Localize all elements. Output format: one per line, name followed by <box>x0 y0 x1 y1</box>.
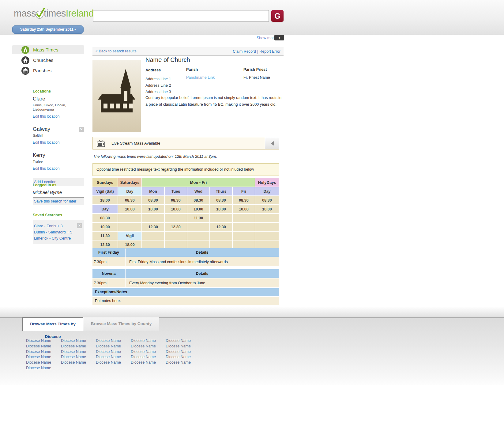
save-search-button[interactable]: Save this search for later <box>33 198 84 205</box>
tv-icon <box>97 140 105 147</box>
diocese-link[interactable]: Diocese Name <box>166 344 201 350</box>
mass-table-cell: 12.30 <box>142 223 164 231</box>
diocese-link[interactable]: Diocese Name <box>26 360 61 366</box>
diocese-link[interactable]: Diocese Name <box>26 344 61 350</box>
mass-table-cell: 08.30 <box>233 196 255 204</box>
remove-location-button[interactable]: ✕ <box>79 127 84 132</box>
diocese-link[interactable]: Diocese Name <box>61 355 96 360</box>
mass-table-cell: Vigil (Sat) <box>92 187 118 195</box>
account-section: Logged in as Michael Byrne Save this sea… <box>33 183 84 205</box>
search-input[interactable] <box>93 10 269 22</box>
mass-table-empty-cell <box>210 232 232 240</box>
mass-table-cell: 12.30 <box>210 223 232 231</box>
diocese-link[interactable]: Diocese Name <box>61 350 96 355</box>
mass-table-empty-cell <box>255 223 279 231</box>
diocese-link[interactable]: Diocese Name <box>131 339 166 344</box>
diocese-link[interactable]: Diocese Name <box>166 350 201 355</box>
edit-location-link[interactable]: Edit this location <box>33 114 59 119</box>
diocese-link[interactable]: Diocese Name <box>166 360 201 366</box>
diocese-link[interactable]: Diocese Name <box>26 350 61 355</box>
devotion-table: Novena Details 7.30pm Every Monday eveni… <box>92 269 279 288</box>
diocese-link[interactable]: Diocese Name <box>26 355 61 360</box>
saved-searches-section: Saved Searches Clare - Ennis + 3 ✕ Dubli… <box>33 213 84 244</box>
devotion-table: First Friday Details 7.30pm First Friday… <box>92 248 279 267</box>
parish-priest-label: Parish Priest <box>243 67 270 72</box>
diocese-link[interactable]: Diocese Name <box>166 339 201 344</box>
diocese-link[interactable]: Diocese Name <box>96 360 131 366</box>
sidebar-item-parishes[interactable]: Parishes <box>12 66 84 75</box>
diocese-link[interactable]: Diocese Name <box>131 355 166 360</box>
record-actions: Claim Record|Report Error <box>233 48 280 54</box>
diocese-links-grid: Diocese NameDiocese NameDiocese NameDioc… <box>26 339 201 371</box>
live-stream-toggle-button[interactable] <box>265 137 279 149</box>
parish-link[interactable]: Parishname Link <box>186 75 215 80</box>
saved-searches-heading: Saved Searches <box>33 213 84 217</box>
saved-search-item: Dublin - Sandyford + 5 <box>34 229 83 235</box>
last-updated-text: The following mass times were last updat… <box>93 154 217 159</box>
diocese-link[interactable]: Diocese Name <box>131 344 166 350</box>
mass-table-cell: Fri <box>233 187 255 195</box>
mass-times-table: SundaysSaturdaysMon - FriHolyDaysVigil (… <box>92 177 279 249</box>
diocese-link[interactable]: Diocese Name <box>96 344 131 350</box>
username: Michael Byrne <box>33 190 84 195</box>
mass-table-cell: Mon <box>142 187 164 195</box>
mass-table-cell: 08.30 <box>142 196 164 204</box>
back-to-results-link[interactable]: « Back to search results <box>96 49 136 53</box>
mass-table-cell: Day <box>255 187 279 195</box>
mass-table-cell: 11.30 <box>92 232 118 240</box>
sidebar-nav: Mass Times Churches Parishes <box>12 45 84 75</box>
sidebar-item-mass-times[interactable]: Mass Times <box>12 45 84 54</box>
claim-record-link[interactable]: Claim Record <box>233 49 256 54</box>
remove-saved-search-button[interactable]: ✕ <box>77 223 82 228</box>
diocese-link[interactable]: Diocese Name <box>61 360 96 366</box>
check-clock-icon <box>35 7 45 20</box>
edit-location-link[interactable]: Edit this location <box>33 166 59 171</box>
devotion-title: Novena <box>92 269 125 278</box>
diocese-link[interactable]: Diocese Name <box>96 339 131 344</box>
mass-table-cell: Day <box>92 205 118 213</box>
devotion-details: First Friday Mass and confessions immedi… <box>126 257 279 266</box>
diocese-link[interactable]: Diocese Name <box>131 360 166 366</box>
diocese-link[interactable]: Diocese Name <box>96 350 131 355</box>
tab-browse-by-diocese[interactable]: Browse Mass Times by Diocese <box>22 317 83 331</box>
saved-search-link[interactable]: Clare - Ennis + 3 <box>34 224 62 228</box>
mass-table-cell: Tues <box>165 187 187 195</box>
diocese-link[interactable]: Diocese Name <box>61 344 96 350</box>
devotion-time: 7.30pm <box>92 257 108 266</box>
mass-table-group-header: Sundays <box>92 178 118 187</box>
edit-location-link[interactable]: Edit this location <box>33 140 59 145</box>
location-detail: Tralee <box>33 159 79 164</box>
mass-table-empty-cell <box>118 223 141 231</box>
round-tower-icon <box>21 46 29 54</box>
sidebar-nav-label: Mass Times <box>33 47 58 53</box>
location-detail: Salthill <box>33 133 79 138</box>
location-name: Kerry <box>33 152 84 158</box>
diocese-link[interactable]: Diocese Name <box>61 339 96 344</box>
show-map-link[interactable]: Show map <box>257 36 275 40</box>
sidebar-item-churches[interactable]: Churches <box>12 56 84 65</box>
location-item: Clare Ennis, Kilkee, Doolin, Lisdoonvarn… <box>33 96 84 123</box>
collapse-panel-button[interactable]: « <box>274 35 284 40</box>
diocese-link[interactable]: Diocese Name <box>96 355 131 360</box>
mass-table-cell: 10.00 <box>92 223 118 231</box>
mass-table-cell: 08.30 <box>92 214 118 222</box>
saved-search-link[interactable]: Limerick - City Centre <box>34 236 71 240</box>
mass-table-cell: 10.00 <box>255 205 279 213</box>
diocese-link[interactable]: Diocese Name <box>166 355 201 360</box>
mass-table-empty-cell <box>142 232 164 240</box>
tab-browse-by-county[interactable]: Browse Mass Times by County <box>83 317 159 331</box>
google-search-button[interactable]: G <box>271 10 284 22</box>
diocese-link[interactable]: Diocese Name <box>131 350 166 355</box>
logo-text-mass: mass <box>14 8 36 19</box>
report-error-link[interactable]: Report Error <box>259 49 280 54</box>
location-item: Kerry Tralee Edit this location <box>33 152 84 175</box>
sidebar-nav-label: Churches <box>33 58 53 63</box>
saved-search-link[interactable]: Dublin - Sandyford + 5 <box>34 230 72 234</box>
devotions-tables: First Friday Details 7.30pm First Friday… <box>92 248 280 290</box>
optional-message: Optional time restricted message text re… <box>92 163 279 176</box>
diocese-link[interactable]: Diocese Name <box>26 366 61 371</box>
devotion-time: 7.30pm <box>92 278 108 287</box>
devotion-title: First Friday <box>92 248 125 257</box>
mass-table-group-header: Saturdays <box>118 178 141 187</box>
devotion-details: Every Monday evening from October to Jun… <box>126 278 279 287</box>
